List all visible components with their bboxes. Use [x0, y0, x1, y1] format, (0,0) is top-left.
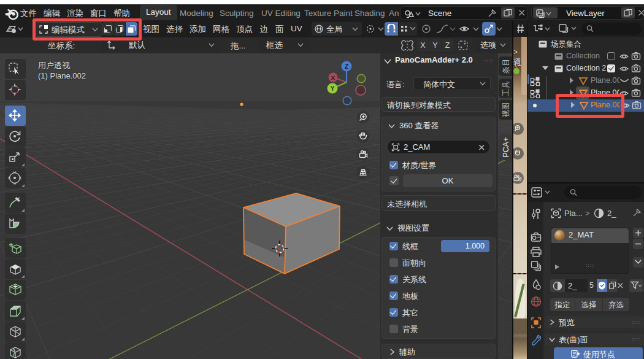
svg-text:Y: Y [331, 85, 335, 92]
svg-text:X: X [331, 74, 335, 81]
svg-text:Z: Z [345, 63, 348, 70]
